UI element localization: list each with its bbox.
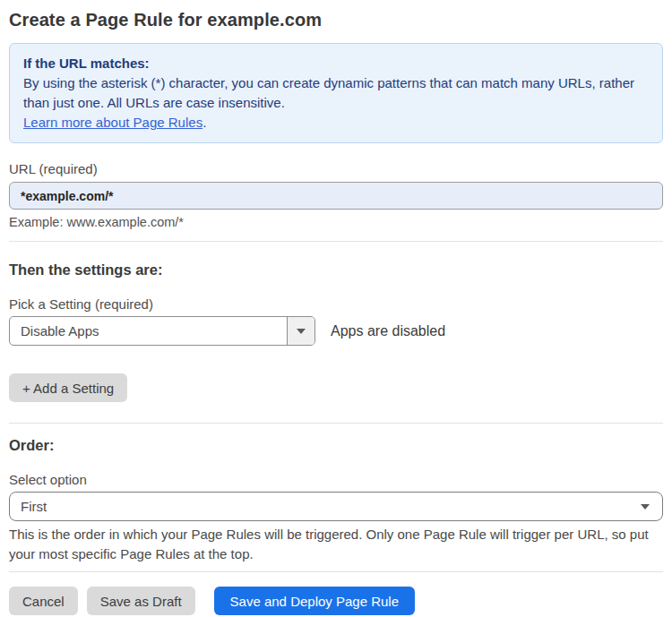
settings-section-heading: Then the settings are:: [9, 261, 663, 279]
url-example-helper: Example: www.example.com/*: [9, 214, 663, 230]
pick-setting-label: Pick a Setting (required): [9, 296, 663, 313]
setting-dropdown-value[interactable]: Disable Apps: [10, 317, 287, 345]
caret-down-icon: [297, 329, 306, 334]
info-box-link-line: Learn more about Page Rules.: [23, 113, 649, 133]
info-box-heading: If the URL matches:: [23, 54, 649, 73]
footer-actions: Cancel Save as Draft Save and Deploy Pag…: [9, 587, 663, 615]
caret-down-icon: [641, 504, 650, 510]
cancel-button[interactable]: Cancel: [9, 587, 78, 615]
save-and-deploy-button[interactable]: Save and Deploy Page Rule: [214, 587, 415, 615]
info-box-body: By using the asterisk (*) character, you…: [23, 73, 649, 113]
order-select-value: First: [21, 499, 47, 514]
divider: [9, 241, 663, 242]
url-match-info-box: If the URL matches: By using the asteris…: [9, 43, 663, 143]
order-select[interactable]: First: [9, 492, 663, 521]
order-helper-text: This is the order in which your Page Rul…: [9, 525, 654, 564]
setting-dropdown[interactable]: Disable Apps: [9, 316, 315, 346]
link-suffix: .: [202, 115, 206, 130]
divider: [9, 571, 663, 572]
order-select-label: Select option: [9, 472, 663, 488]
url-input[interactable]: [9, 182, 663, 210]
save-as-draft-button[interactable]: Save as Draft: [87, 587, 195, 615]
add-setting-button[interactable]: + Add a Setting: [9, 373, 127, 402]
order-section-heading: Order:: [9, 436, 663, 454]
url-field-label: URL (required): [9, 161, 663, 177]
divider: [9, 423, 663, 424]
page-title: Create a Page Rule for example.com: [9, 8, 663, 31]
setting-row: Disable Apps Apps are disabled: [9, 316, 663, 346]
setting-dropdown-arrow-button[interactable]: [287, 317, 314, 345]
setting-status-text: Apps are disabled: [331, 323, 445, 339]
learn-more-link[interactable]: Learn more about Page Rules: [23, 115, 202, 130]
